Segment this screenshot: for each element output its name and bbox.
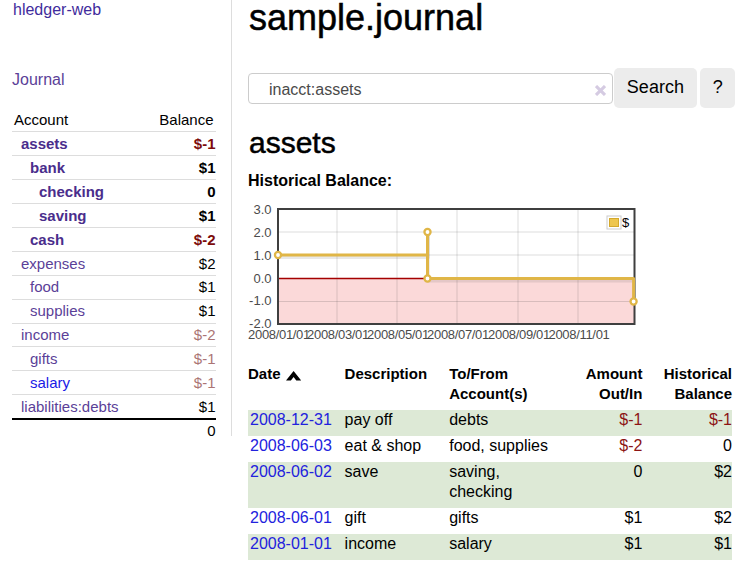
svg-text:$: $ — [622, 215, 630, 230]
svg-text:2008/03/01: 2008/03/01 — [307, 327, 369, 342]
svg-text:2008/11/01: 2008/11/01 — [549, 327, 610, 342]
svg-text:2008/09/01: 2008/09/01 — [488, 327, 550, 342]
svg-text:2.0: 2.0 — [253, 225, 271, 240]
svg-text:2008/05/01: 2008/05/01 — [367, 327, 429, 342]
svg-text:1.0: 1.0 — [253, 248, 271, 263]
svg-text:-1.0: -1.0 — [249, 293, 271, 308]
svg-text:3.0: 3.0 — [253, 202, 271, 217]
svg-text:0.0: 0.0 — [253, 271, 271, 286]
svg-text:2008/07/01: 2008/07/01 — [427, 327, 489, 342]
svg-text:2008/01/01: 2008/01/01 — [248, 327, 310, 342]
